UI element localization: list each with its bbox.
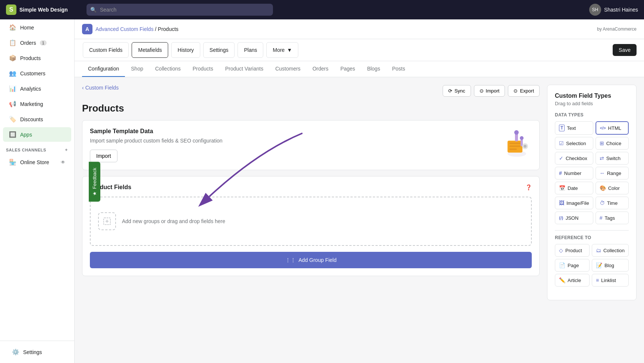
field-type-article[interactable]: ✏️ Article xyxy=(555,274,590,287)
field-type-image-file[interactable]: 🖼 Image/File xyxy=(555,197,593,209)
product-fields-card: Product Fields ❓ Add new groups xyxy=(82,176,540,276)
tab-settings[interactable]: Settings xyxy=(203,42,235,58)
checkbox-label: Checkbox xyxy=(566,156,587,161)
export-icon: ⊙ xyxy=(513,88,518,94)
tab-metafields[interactable]: Metafields xyxy=(132,42,168,58)
tab-more[interactable]: More ▼ xyxy=(266,42,298,58)
field-type-json[interactable]: {/} JSON xyxy=(555,212,593,224)
sidebar-item-online-store[interactable]: 🏪 Online Store 👁 xyxy=(3,155,71,169)
field-type-product[interactable]: ◇ Product xyxy=(555,244,590,257)
field-type-page[interactable]: 📄 Page xyxy=(555,259,590,272)
app-logo: A xyxy=(82,24,92,34)
by-label: by ArenaCommerce xyxy=(597,26,637,32)
sidebar-item-discounts[interactable]: 🏷️ Discounts xyxy=(3,112,71,126)
search-input[interactable] xyxy=(87,4,273,16)
switch-icon: ⇄ xyxy=(600,155,604,161)
article-icon: ✏️ xyxy=(559,277,565,283)
sidebar-item-customers[interactable]: 👥 Customers xyxy=(3,66,71,81)
field-type-date[interactable]: 📅 Date xyxy=(555,182,593,194)
content-tab-customers[interactable]: Customers xyxy=(269,61,307,77)
field-type-selection[interactable]: ☑ Selection xyxy=(555,137,593,150)
add-sales-channel-icon[interactable]: ＋ xyxy=(64,147,69,153)
content-tab-shop[interactable]: Shop xyxy=(125,61,149,77)
svg-point-10 xyxy=(524,145,527,148)
field-type-switch[interactable]: ⇄ Switch xyxy=(596,152,629,165)
html-label: HTML xyxy=(608,125,621,131)
content-tab-collections[interactable]: Collections xyxy=(149,61,186,77)
add-group-icon: ⋮⋮ xyxy=(285,257,296,263)
home-icon: 🏠 xyxy=(9,24,16,31)
sidebar-label-products: Products xyxy=(20,55,41,61)
tab-history[interactable]: History xyxy=(171,42,200,58)
content-tab-blogs[interactable]: Blogs xyxy=(361,61,386,77)
linklist-icon: ≡ xyxy=(596,277,599,283)
app-header: A Advanced Custom Fields / Products by A… xyxy=(75,19,644,39)
sync-label: Sync xyxy=(455,88,465,94)
content-tab-configuration[interactable]: Configuration xyxy=(82,61,125,77)
back-link[interactable]: ‹ Custom Fields xyxy=(82,85,119,91)
feedback-star-icon: ★ xyxy=(92,191,97,195)
import-label: Import xyxy=(486,88,500,94)
field-type-color[interactable]: 🎨 Color xyxy=(596,182,629,194)
tab-custom-fields[interactable]: Custom Fields xyxy=(83,42,129,58)
top-navigation: S Simple Web Design 🔍 SH Shastri Haines xyxy=(0,0,644,19)
toolbar: Custom Fields Metafields History Setting… xyxy=(75,39,644,61)
article-label: Article xyxy=(568,278,581,283)
field-type-time[interactable]: ⏱ Time xyxy=(596,197,629,209)
online-store-settings-icon[interactable]: 👁 xyxy=(61,160,65,165)
color-label: Color xyxy=(608,185,620,191)
content-tab-orders[interactable]: Orders xyxy=(307,61,334,77)
selection-label: Selection xyxy=(566,141,586,146)
sidebar-item-products[interactable]: 📦 Products xyxy=(3,51,71,65)
import-button[interactable]: ⊙ Import xyxy=(474,85,505,97)
sidebar-label-apps: Apps xyxy=(20,132,32,138)
sidebar-item-apps[interactable]: 🔲 Apps xyxy=(3,127,71,142)
export-label: Export xyxy=(520,88,534,94)
field-type-html[interactable]: </> HTML xyxy=(596,121,629,135)
sample-card-desc: Import sample product custom fields & SE… xyxy=(90,138,532,144)
reference-types-grid: ◇ Product 🗂 Collection 📄 Page 📝 Blog xyxy=(555,244,629,287)
feedback-button[interactable]: ★ Feedback xyxy=(89,162,100,201)
sidebar-label-customers: Customers xyxy=(20,71,45,76)
tab-plans[interactable]: Plans xyxy=(238,42,263,58)
content-tab-products[interactable]: Products xyxy=(186,61,219,77)
sidebar-label-discounts: Discounts xyxy=(20,116,43,122)
field-type-tags[interactable]: # Tags xyxy=(596,212,629,224)
sidebar-item-home[interactable]: 🏠 Home xyxy=(3,20,71,35)
linklist-label: Linklist xyxy=(601,278,616,283)
field-type-range[interactable]: ↔ Range xyxy=(596,167,629,179)
time-icon: ⏱ xyxy=(600,200,605,206)
save-button[interactable]: Save xyxy=(613,44,637,56)
field-type-collection[interactable]: 🗂 Collection xyxy=(592,244,629,257)
sidebar-item-analytics[interactable]: 📊 Analytics xyxy=(3,81,71,96)
field-type-linklist[interactable]: ≡ Linklist xyxy=(592,274,629,287)
sidebar-item-orders[interactable]: 📋 Orders 1 xyxy=(3,35,71,50)
field-type-number[interactable]: # Number xyxy=(555,167,593,179)
user-name: Shastri Haines xyxy=(604,7,638,13)
sidebar-item-settings[interactable]: ⚙️ Settings xyxy=(6,345,68,359)
sidebar-label-orders: Orders xyxy=(20,40,36,46)
page-body: ‹ Custom Fields ⟳ Sync ⊙ Import ⊙ Export xyxy=(75,77,644,363)
blog-icon: 📝 xyxy=(596,262,602,268)
sync-button[interactable]: ⟳ Sync xyxy=(443,85,471,97)
help-icon[interactable]: ❓ xyxy=(525,184,532,190)
field-type-text[interactable]: T Text xyxy=(555,121,593,135)
sidebar-item-marketing[interactable]: 📢 Marketing xyxy=(3,97,71,111)
image-file-icon: 🖼 xyxy=(559,200,564,206)
svg-rect-4 xyxy=(509,148,517,150)
sidebar-label-analytics: Analytics xyxy=(20,86,41,92)
breadcrumb-link[interactable]: Advanced Custom Fields xyxy=(95,26,154,32)
content-tab-pages[interactable]: Pages xyxy=(334,61,361,77)
content-tab-product-variants[interactable]: Product Variants xyxy=(219,61,269,77)
add-group-field-button[interactable]: ⋮⋮ Add Group Field xyxy=(90,252,532,268)
sample-import-button[interactable]: Import xyxy=(90,150,117,162)
top-nav-right: SH Shastri Haines xyxy=(589,4,638,16)
field-type-checkbox[interactable]: ✓ Checkbox xyxy=(555,152,593,165)
sidebar: 🏠 Home 📋 Orders 1 📦 Products 👥 Customers… xyxy=(0,19,75,363)
field-type-blog[interactable]: 📝 Blog xyxy=(592,259,629,272)
content-tab-posts[interactable]: Posts xyxy=(386,61,411,77)
export-button[interactable]: ⊙ Export xyxy=(508,85,540,97)
custom-field-types-panel: Custom Field Types Drag to add fields Da… xyxy=(547,85,637,300)
field-type-choice[interactable]: ⊞ Choice xyxy=(596,137,629,150)
svg-rect-2 xyxy=(509,143,521,144)
